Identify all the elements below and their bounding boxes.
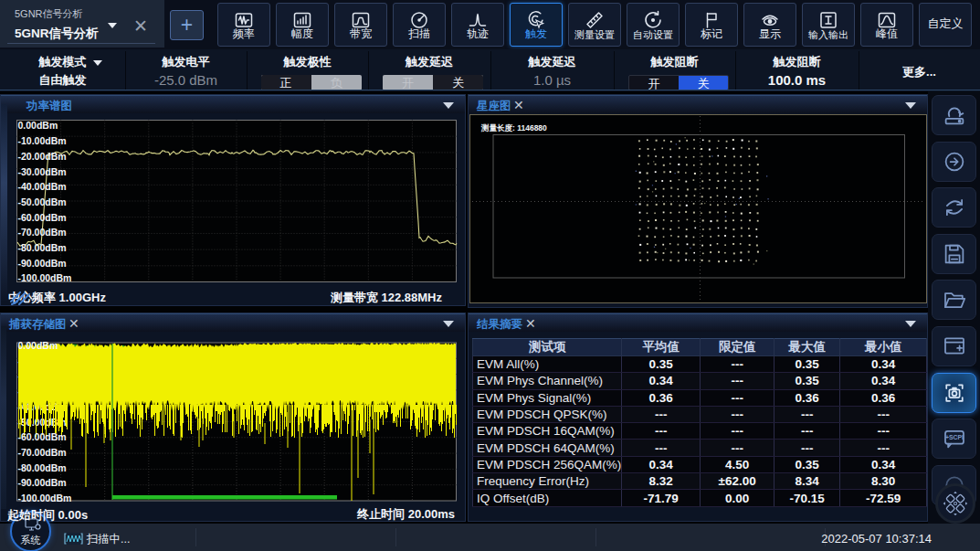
svg-text:0.00dBm: 0.00dBm <box>18 120 58 131</box>
svg-text:0.00dBm: 0.00dBm <box>18 340 58 351</box>
svg-text:-100.00dBm: -100.00dBm <box>18 272 72 283</box>
svg-text:-50.00dBm: -50.00dBm <box>18 196 67 207</box>
svg-text:-20.00dBm: -20.00dBm <box>18 151 67 162</box>
svg-text:-70.00dBm: -70.00dBm <box>18 227 67 238</box>
svg-text:-30.00dBm: -30.00dBm <box>18 166 67 177</box>
svg-text:中心频率 1.00GHz: 中心频率 1.00GHz <box>8 291 106 304</box>
svg-text:-60.00dBm: -60.00dBm <box>18 212 67 223</box>
svg-text:-40.00dBm: -40.00dBm <box>18 181 67 192</box>
svg-text:+SCPI: +SCPI <box>944 434 963 440</box>
svg-text:-60.00dBm: -60.00dBm <box>18 431 67 442</box>
svg-text:-70.00dBm: -70.00dBm <box>18 447 67 458</box>
svg-text:终止时间 20.00ms: 终止时间 20.00ms <box>356 507 455 521</box>
svg-text:-10.00dBm: -10.00dBm <box>18 135 67 146</box>
svg-text:-100.00dBm: -100.00dBm <box>18 493 72 503</box>
svg-text:-90.00dBm: -90.00dBm <box>18 258 67 269</box>
svg-text:-90.00dBm: -90.00dBm <box>18 477 67 488</box>
svg-text:-80.00dBm: -80.00dBm <box>18 242 67 253</box>
svg-text:测量带宽 122.88MHz: 测量带宽 122.88MHz <box>330 291 443 304</box>
svg-text:测量长度: 1146880: 测量长度: 1146880 <box>480 123 547 132</box>
svg-text:-80.00dBm: -80.00dBm <box>18 462 67 473</box>
